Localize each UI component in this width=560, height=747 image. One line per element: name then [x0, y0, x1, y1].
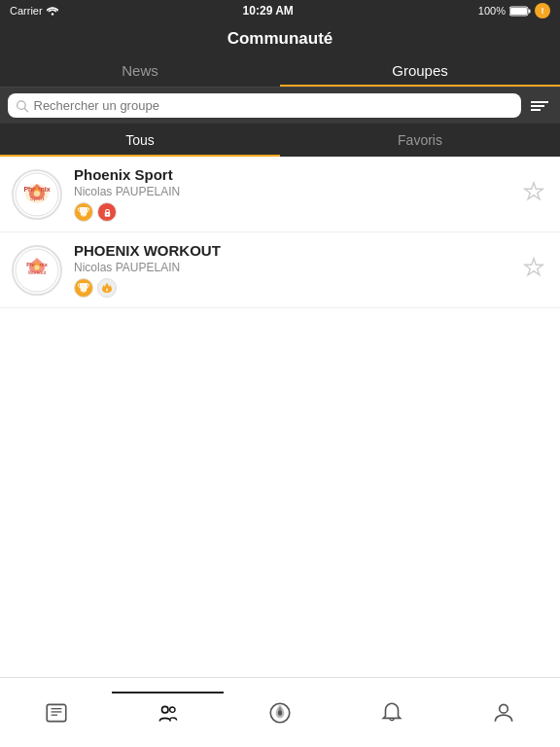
sport-icon [267, 700, 293, 726]
avatar: Phoenix Workout [12, 245, 62, 296]
group-avatar-image: Phoenix Sport [15, 172, 59, 217]
group-list: Phoenix Sport Phoenix Sport Nicolas PAUP… [0, 157, 560, 677]
favorite-button[interactable] [519, 177, 548, 212]
search-input[interactable] [34, 98, 514, 113]
group-info: Phoenix Sport Nicolas PAUPELAIN [74, 166, 519, 222]
lock-badge [97, 202, 117, 222]
svg-point-28 [278, 710, 282, 714]
notification-badge: ! [535, 3, 550, 18]
group-avatar-image: Phoenix Workout [15, 248, 59, 293]
status-bar: Carrier 10:29 AM 100% ! [0, 0, 560, 21]
star-icon [523, 257, 544, 278]
svg-point-10 [34, 191, 40, 196]
filter-button[interactable] [527, 99, 552, 113]
sub-tab-tous[interactable]: Tous [0, 124, 280, 157]
fire-icon [101, 282, 113, 294]
group-name: PHOENIX WORKOUT [74, 242, 519, 259]
status-battery: 100% ! [478, 3, 550, 18]
bell-icon [379, 700, 404, 726]
sub-tab-favoris[interactable]: Favoris [280, 124, 560, 157]
group-name: Phoenix Sport [74, 166, 519, 183]
svg-point-0 [51, 13, 52, 15]
group-owner: Nicolas PAUPELAIN [74, 185, 519, 198]
list-item[interactable]: Phoenix Workout PHOENIX WORKOUT Nicolas … [0, 232, 560, 308]
group-badges [74, 278, 519, 298]
svg-rect-20 [83, 292, 86, 293]
svg-point-14 [106, 213, 107, 214]
content-area: Communauté News Groupes Tous [0, 21, 560, 677]
favorite-button[interactable] [519, 253, 548, 288]
sub-tabs: Tous Favoris [0, 124, 560, 157]
svg-rect-12 [83, 216, 86, 217]
svg-point-26 [169, 706, 174, 711]
search-input-wrapper [8, 93, 521, 118]
community-icon [156, 701, 181, 727]
group-owner: Nicolas PAUPELAIN [74, 261, 519, 274]
group-badges [74, 202, 519, 222]
bottom-tab-bar [0, 677, 560, 747]
svg-rect-3 [528, 9, 530, 13]
page-title: Communauté [0, 21, 560, 53]
svg-rect-21 [47, 704, 66, 721]
header-tabs: News Groupes [0, 53, 560, 88]
tab-news[interactable]: News [0, 53, 280, 87]
wifi-icon [47, 6, 58, 16]
bottom-tab-notifications[interactable] [336, 693, 448, 726]
bottom-tab-news[interactable] [0, 693, 112, 726]
svg-line-5 [24, 108, 27, 111]
fire-badge [97, 278, 117, 298]
lock-icon [102, 207, 113, 218]
trophy-badge [74, 202, 93, 222]
star-icon [523, 181, 544, 202]
svg-point-18 [35, 265, 40, 269]
status-carrier: Carrier [10, 5, 58, 17]
trophy-badge [74, 278, 93, 298]
tab-groupes[interactable]: Groupes [280, 53, 560, 87]
bottom-tab-sport[interactable] [224, 693, 335, 726]
svg-rect-2 [510, 8, 527, 15]
trophy-icon [78, 282, 89, 294]
search-bar-row [0, 88, 560, 124]
news-icon [44, 700, 69, 726]
svg-point-29 [500, 704, 508, 713]
profile-icon [491, 700, 516, 726]
bottom-tab-community[interactable] [112, 692, 224, 727]
status-time: 10:29 AM [243, 4, 294, 18]
svg-point-25 [161, 706, 168, 713]
list-item[interactable]: Phoenix Sport Phoenix Sport Nicolas PAUP… [0, 157, 560, 232]
trophy-icon [78, 206, 89, 218]
search-icon [16, 99, 29, 113]
bottom-tab-profile[interactable] [448, 693, 560, 726]
header: Communauté News Groupes [0, 21, 560, 88]
avatar: Phoenix Sport [12, 169, 62, 220]
group-info: PHOENIX WORKOUT Nicolas PAUPELAIN [74, 242, 519, 298]
battery-icon [509, 6, 531, 17]
